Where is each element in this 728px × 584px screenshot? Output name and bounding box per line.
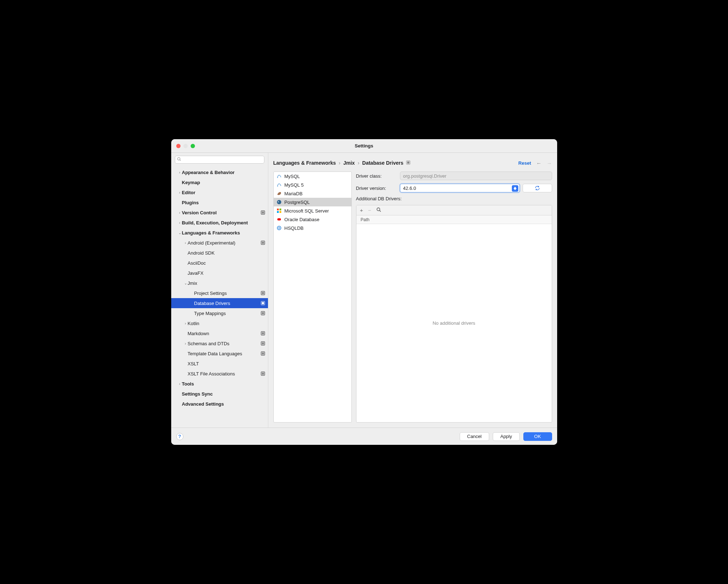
apply-button[interactable]: Apply [493, 432, 520, 441]
settings-tree: ›Appearance & BehaviorKeymap›EditorPlugi… [171, 166, 268, 428]
driver-item-microsoft-sql-server[interactable]: Microsoft SQL Server [274, 206, 351, 215]
driver-version-label: Driver version: [356, 186, 397, 191]
tree-item-languages-frameworks[interactable]: ⌄Languages & Frameworks [171, 228, 268, 238]
footer: ? Cancel Apply OK [171, 428, 557, 445]
tree-item-label: Android (Experimental) [188, 240, 261, 246]
main-panel: Languages & Frameworks › Jmix › Database… [268, 153, 557, 428]
breadcrumb-part[interactable]: Languages & Frameworks [273, 160, 336, 166]
tree-item-appearance-behavior[interactable]: ›Appearance & Behavior [171, 167, 268, 177]
project-scope-icon [261, 311, 265, 315]
sidebar: ›Appearance & BehaviorKeymap›EditorPlugi… [171, 153, 268, 428]
svg-rect-9 [262, 302, 264, 304]
driver-version-combo[interactable]: 42.6.0 [400, 184, 520, 192]
tree-item-editor[interactable]: ›Editor [171, 187, 268, 197]
tree-item-settings-sync[interactable]: Settings Sync [171, 389, 268, 399]
settings-window: Settings ›Appearance & BehaviorKeymap›Ed… [171, 139, 557, 445]
tree-item-label: Languages & Frameworks [182, 230, 265, 236]
chevron-icon: › [178, 170, 182, 174]
svg-rect-30 [277, 218, 281, 220]
nav-forward-icon[interactable]: → [547, 160, 552, 166]
tree-item-label: Settings Sync [182, 391, 265, 397]
traffic-lights [171, 144, 195, 148]
titlebar: Settings [171, 139, 557, 153]
tree-item-label: Appearance & Behavior [182, 170, 265, 175]
additional-toolbar: + − [356, 205, 552, 215]
reset-link[interactable]: Reset [518, 160, 531, 166]
tree-item-tools[interactable]: ›Tools [171, 379, 268, 389]
ok-button[interactable]: OK [523, 432, 552, 441]
tree-item-kotlin[interactable]: ›Kotlin [171, 318, 268, 328]
additional-drivers-label: Additional DB Drivers: [356, 196, 552, 201]
svg-rect-29 [279, 211, 281, 213]
tree-item-project-settings[interactable]: Project Settings [171, 288, 268, 298]
tree-item-database-drivers[interactable]: Database Drivers [171, 298, 268, 308]
tree-item-xslt-file-associations[interactable]: XSLT File Associations [171, 369, 268, 379]
search-wrap [171, 153, 268, 166]
svg-rect-27 [279, 209, 281, 210]
driver-item-mariadb[interactable]: MariaDB [274, 189, 351, 198]
add-driver-button[interactable]: + [360, 207, 363, 213]
tree-item-label: Jmix [188, 280, 265, 286]
tree-item-label: Advanced Settings [182, 401, 265, 407]
driver-item-mysql[interactable]: MySQL [274, 172, 351, 181]
svg-line-34 [379, 210, 381, 212]
driver-item-hsqldb[interactable]: HSQLDB [274, 224, 351, 232]
close-button[interactable] [176, 144, 181, 148]
path-column-header: Path [356, 215, 552, 224]
tree-item-label: Editor [182, 190, 265, 195]
tree-item-label: XSLT [188, 361, 265, 366]
svg-line-1 [179, 160, 181, 161]
driver-class-label: Driver class: [356, 173, 397, 179]
tree-item-android-sdk[interactable]: Android SDK [171, 248, 268, 258]
tree-item-plugins[interactable]: Plugins [171, 197, 268, 207]
tree-item-javafx[interactable]: JavaFX [171, 268, 268, 278]
tree-item-schemas-and-dtds[interactable]: ›Schemas and DTDs [171, 338, 268, 348]
tree-item-label: AsciiDoc [188, 260, 265, 266]
tree-item-type-mappings[interactable]: Type Mappings [171, 308, 268, 318]
svg-point-23 [277, 186, 278, 187]
svg-point-25 [278, 201, 279, 202]
help-button[interactable]: ? [176, 433, 183, 440]
driver-list[interactable]: MySQLMySQL 5MariaDBPostgreSQLMicrosoft S… [273, 172, 352, 423]
tree-item-keymap[interactable]: Keymap [171, 177, 268, 187]
breadcrumb-separator: › [358, 160, 359, 166]
cancel-button[interactable]: Cancel [460, 432, 489, 441]
nav-back-icon[interactable]: ← [536, 160, 542, 166]
driver-form: Driver class: org.postgresql.Driver Driv… [356, 172, 552, 423]
find-driver-button[interactable] [376, 207, 381, 213]
breadcrumb: Languages & Frameworks › Jmix › Database… [273, 160, 411, 166]
tree-item-label: Plugins [182, 200, 265, 205]
driver-item-label: Microsoft SQL Server [285, 208, 329, 214]
mysql-icon [277, 182, 282, 187]
tree-item-label: Keymap [182, 180, 265, 185]
project-scope-icon [261, 371, 265, 376]
tree-item-markdown[interactable]: Markdown [171, 328, 268, 338]
chevron-icon: › [178, 382, 182, 386]
tree-item-advanced-settings[interactable]: Advanced Settings [171, 399, 268, 409]
breadcrumb-part[interactable]: Database Drivers [362, 160, 403, 166]
project-scope-icon [261, 291, 265, 295]
tree-item-asciidoc[interactable]: AsciiDoc [171, 258, 268, 268]
driver-item-postgresql[interactable]: PostgreSQL [274, 198, 351, 206]
tree-item-build-execution-deployment[interactable]: ›Build, Execution, Deployment [171, 218, 268, 228]
minimize-button[interactable] [183, 144, 188, 148]
tree-item-version-control[interactable]: ›Version Control [171, 207, 268, 218]
maximize-button[interactable] [191, 144, 195, 148]
search-input[interactable] [175, 156, 264, 164]
footer-buttons: Cancel Apply OK [460, 432, 552, 441]
tree-item-template-data-languages[interactable]: Template Data Languages [171, 348, 268, 359]
refresh-icon [534, 185, 540, 191]
tree-item-jmix[interactable]: ⌄Jmix [171, 278, 268, 288]
svg-rect-21 [407, 161, 409, 164]
breadcrumb-actions: Reset ← → [518, 160, 552, 166]
tree-item-android-experimental-[interactable]: ›Android (Experimental) [171, 238, 268, 248]
breadcrumb-part[interactable]: Jmix [343, 160, 355, 166]
remove-driver-button[interactable]: − [368, 207, 371, 213]
project-scope-icon [261, 351, 265, 356]
tree-item-xslt[interactable]: XSLT [171, 359, 268, 369]
driver-item-oracle-database[interactable]: Oracle Database [274, 215, 351, 224]
driver-item-mysql-5[interactable]: MySQL 5 [274, 181, 351, 189]
postgres-icon [277, 200, 282, 205]
content: ›Appearance & BehaviorKeymap›EditorPlugi… [171, 153, 557, 428]
refresh-button[interactable] [523, 184, 552, 192]
